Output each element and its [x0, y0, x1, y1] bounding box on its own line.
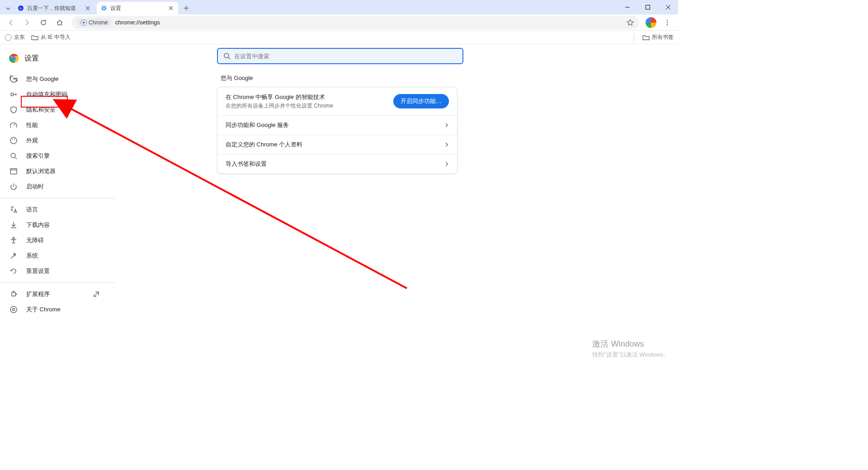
divider	[634, 33, 634, 42]
tab-close-button[interactable]	[167, 5, 175, 12]
nav-on-startup[interactable]: 启动时	[0, 179, 110, 194]
tab-title: 设置	[110, 5, 165, 12]
nav-languages[interactable]: 语言	[0, 202, 110, 217]
svg-point-15	[10, 137, 17, 144]
settings-sidebar: 设置 您与 Google 自动填充和密码 隐私和安全 性能 外观 搜索引擎 默认…	[0, 44, 115, 367]
site-info-chip[interactable]: Chrome	[77, 19, 112, 27]
address-bar[interactable]: Chrome chrome://settings	[71, 16, 639, 29]
svg-point-8	[667, 24, 668, 25]
nav-label: 启动时	[26, 183, 44, 191]
nav-extensions[interactable]: 扩展程序	[0, 287, 110, 302]
sync-promo-line2: 在您的所有设备上同步并个性化设置 Chrome	[226, 102, 333, 110]
nav-system[interactable]: 系统	[0, 248, 110, 263]
settings-favicon-icon	[100, 5, 108, 12]
nav-you-and-google[interactable]: 您与 Google	[0, 71, 110, 87]
nav-reset[interactable]: 重置设置	[0, 263, 110, 279]
svg-point-14	[11, 93, 14, 96]
menu-button[interactable]	[660, 15, 675, 30]
bookmark-ie-import[interactable]: 从 IE 中导入	[31, 33, 71, 41]
nav-privacy[interactable]: 隐私和安全	[0, 102, 110, 118]
search-icon	[223, 52, 231, 60]
svg-text:b: b	[20, 6, 22, 10]
nav-search-engine[interactable]: 搜索引擎	[0, 148, 110, 164]
nav-autofill[interactable]: 自动填充和密码	[0, 87, 110, 102]
tab-settings[interactable]: 设置	[97, 2, 178, 14]
svg-point-9	[5, 34, 11, 41]
window-controls	[617, 0, 678, 14]
nav-label: 无障碍	[26, 236, 44, 244]
tab-close-button[interactable]	[84, 5, 91, 12]
bookmark-star-icon[interactable]	[627, 19, 634, 26]
tab-baidu[interactable]: b 百度一下，你就知道	[14, 2, 95, 14]
new-tab-button[interactable]	[180, 2, 193, 14]
bookmark-label: 京东	[14, 33, 25, 41]
nav-performance[interactable]: 性能	[0, 118, 110, 133]
chevron-right-icon	[444, 123, 449, 127]
close-window-button[interactable]	[658, 0, 678, 14]
nav-label: 默认浏览器	[26, 167, 56, 175]
nav-about-chrome[interactable]: 关于 Chrome	[0, 302, 110, 317]
nav-label: 下载内容	[26, 221, 50, 229]
svg-point-23	[224, 53, 229, 58]
folder-icon	[642, 34, 650, 41]
accessibility-icon	[9, 236, 18, 245]
svg-point-2	[103, 7, 105, 9]
import-bookmarks-row[interactable]: 导入书签和设置	[217, 154, 457, 174]
customize-profile-row[interactable]: 自定义您的 Chrome 个人资料	[217, 135, 457, 154]
all-bookmarks-button[interactable]: 所有书签	[642, 33, 674, 41]
svg-point-21	[10, 306, 17, 313]
windows-activation-watermark: 激活 Windows 转到"设置"以激活 Windows。	[592, 338, 669, 359]
settings-search-input[interactable]	[234, 53, 457, 60]
nav-label: 您与 Google	[26, 75, 59, 83]
forward-button[interactable]	[20, 15, 34, 30]
nav-appearance[interactable]: 外观	[0, 133, 110, 148]
nav-accessibility[interactable]: 无障碍	[0, 233, 110, 248]
reload-button[interactable]	[36, 15, 51, 30]
svg-point-13	[13, 57, 15, 60]
settings-page: 设置 您与 Google 自动填充和密码 隐私和安全 性能 外观 搜索引擎 默认…	[0, 44, 678, 367]
nav-label: 系统	[26, 252, 38, 260]
nav-default-browser[interactable]: 默认浏览器	[0, 164, 110, 179]
power-icon	[9, 182, 18, 191]
svg-point-18	[11, 153, 15, 158]
extension-icon	[9, 290, 18, 299]
tab-title: 百度一下，你就知道	[27, 5, 81, 12]
chevron-right-icon	[444, 142, 449, 147]
nav-label: 重置设置	[26, 267, 50, 275]
you-and-google-card: 在 Chrome 中畅享 Google 的智能技术 在您的所有设备上同步并个性化…	[217, 87, 458, 174]
turn-on-sync-button[interactable]: 开启同步功能…	[393, 94, 449, 108]
back-button[interactable]	[4, 15, 18, 30]
nav-label: 语言	[26, 206, 38, 214]
settings-header: 设置	[0, 49, 115, 71]
sync-services-row[interactable]: 同步功能和 Google 服务	[217, 115, 457, 135]
maximize-button[interactable]	[637, 0, 658, 14]
nav-label: 扩展程序	[26, 290, 50, 298]
translate-icon	[9, 205, 18, 214]
svg-point-5	[83, 21, 85, 24]
settings-title: 设置	[24, 54, 39, 63]
svg-point-16	[12, 139, 13, 140]
folder-icon	[31, 34, 38, 41]
chrome-logo-icon	[9, 53, 19, 63]
minimize-button[interactable]	[617, 0, 637, 14]
watermark-title: 激活 Windows	[592, 338, 669, 350]
svg-point-22	[13, 309, 15, 311]
reset-icon	[9, 267, 18, 276]
tabs-dropdown[interactable]	[3, 3, 14, 14]
url-text: chrome://settings	[115, 19, 623, 26]
row-label: 导入书签和设置	[226, 160, 267, 168]
download-icon	[9, 221, 18, 230]
nav-downloads[interactable]: 下载内容	[0, 217, 110, 233]
chrome-icon	[9, 305, 18, 314]
nav-label: 性能	[26, 121, 38, 129]
home-button[interactable]	[52, 15, 67, 30]
titlebar: b 百度一下，你就知道 设置	[0, 0, 678, 14]
bookmark-jd[interactable]: 京东	[5, 33, 25, 41]
nav-label: 外观	[26, 136, 38, 145]
settings-search[interactable]	[217, 48, 463, 64]
key-icon	[9, 90, 18, 99]
wrench-icon	[9, 251, 18, 260]
profile-avatar[interactable]	[646, 17, 656, 28]
settings-main: 您与 Google 在 Chrome 中畅享 Google 的智能技术 在您的所…	[115, 44, 678, 367]
nav-label: 搜索引擎	[26, 152, 50, 160]
